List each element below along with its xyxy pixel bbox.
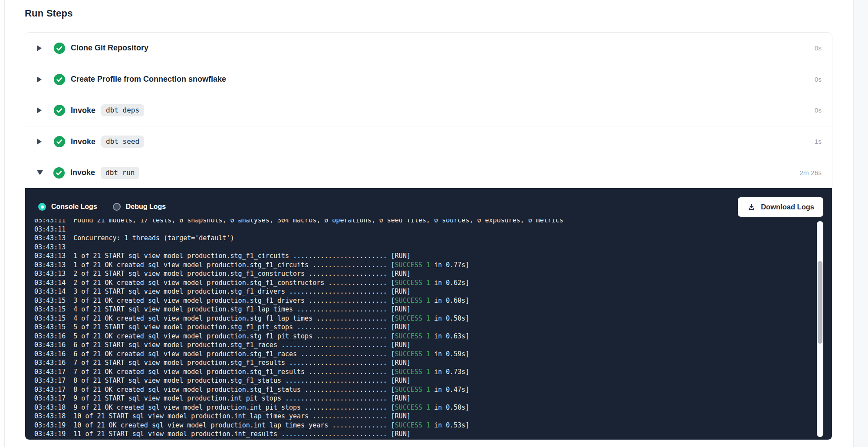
log-line: 03:43:13 1 of 21 START sql view model pr…	[34, 252, 832, 261]
log-line: 03:43:18 10 of 21 START sql view model p…	[34, 412, 832, 421]
log-line: 03:43:13 Concurrency: 1 threads (target=…	[34, 234, 832, 243]
download-logs-button[interactable]: Download Logs	[738, 197, 823, 217]
log-line: 03:43:14 3 of 21 START sql view model pr…	[34, 287, 832, 296]
log-line: 03:43:16 6 of 21 OK created sql view mod…	[34, 350, 832, 359]
command-badge: dbt seed	[101, 136, 144, 148]
caret-down-icon[interactable]	[37, 170, 43, 175]
caret-right-icon[interactable]	[37, 107, 42, 113]
step-row[interactable]: Create Profile from Connection snowflake…	[25, 64, 832, 95]
log-line: 03:43:19 10 of 21 OK created sql view mo…	[34, 421, 832, 430]
log-line: 03:43:15 4 of 21 START sql view model pr…	[34, 305, 832, 314]
step-label: Invoke	[70, 168, 95, 177]
log-line: 03:43:19 11 of 21 START sql view model p…	[34, 430, 832, 439]
log-line: 03:43:14 2 of 21 OK created sql view mod…	[34, 278, 832, 288]
tab-label: Debug Logs	[126, 203, 166, 211]
log-line: 03:43:17 7 of 21 OK created sql view mod…	[34, 368, 832, 377]
log-line: 03:43:16 7 of 21 START sql view model pr…	[34, 358, 832, 368]
log-viewport[interactable]: 03:43:11 Found 21 models, 17 tests, 0 sn…	[25, 219, 832, 440]
tab-label: Console Logs	[51, 203, 97, 211]
step-label: Create Profile from Connection snowflake	[71, 75, 226, 84]
step-label: Invoke	[71, 106, 95, 115]
caret-right-icon[interactable]	[37, 139, 42, 145]
log-line: 03:43:16 6 of 21 START sql view model pr…	[34, 341, 832, 350]
step-row[interactable]: Clone Git Repository0s	[25, 33, 832, 64]
caret-right-icon[interactable]	[37, 76, 42, 83]
log-line: 03:43:17 8 of 21 START sql view model pr…	[34, 376, 832, 385]
log-line: 03:43:17 8 of 21 OK created sql view mod…	[34, 385, 832, 394]
radio-unselected-icon[interactable]	[113, 203, 121, 211]
step-duration: 0s	[815, 106, 822, 114]
console-panel: Console Logs Debug Logs Download Logs 03…	[25, 188, 832, 440]
run-steps-card: Clone Git Repository0sCreate Profile fro…	[25, 32, 832, 440]
step-duration: 2m 26s	[799, 169, 822, 177]
download-icon	[747, 202, 756, 212]
page-title: Run Steps	[25, 8, 73, 19]
command-badge: dbt run	[101, 167, 139, 179]
status-success-icon	[54, 74, 65, 85]
step-row[interactable]: Invokedbt seed1s	[25, 126, 832, 157]
status-success-icon	[54, 136, 65, 147]
log-line: 03:43:11	[34, 225, 832, 234]
log-line: 03:43:15 5 of 21 START sql view model pr…	[34, 323, 832, 332]
log-scrollbar-track[interactable]	[817, 221, 823, 437]
log-line: 03:43:13 1 of 21 OK created sql view mod…	[34, 261, 832, 270]
console-header: Console Logs Debug Logs Download Logs	[25, 188, 832, 219]
log-line: 03:43:13	[34, 243, 832, 252]
log-line: 03:43:13 2 of 21 START sql view model pr…	[34, 269, 832, 278]
content-left-divider	[4, 0, 5, 447]
log-line: 03:43:16 5 of 21 OK created sql view mod…	[34, 332, 832, 341]
log-line: 03:43:15 4 of 21 OK created sql view mod…	[34, 314, 832, 323]
caret-right-icon[interactable]	[37, 45, 42, 51]
log-scrollbar-thumb[interactable]	[818, 261, 822, 344]
step-label: Clone Git Repository	[71, 43, 148, 53]
page-right-gutter	[853, 0, 868, 447]
step-row[interactable]: Invokedbt run2m 26s	[25, 157, 832, 188]
radio-selected-icon[interactable]	[38, 203, 46, 211]
log-line: 03:43:11 Found 21 models, 17 tests, 0 sn…	[34, 219, 832, 225]
status-success-icon	[54, 43, 65, 54]
status-success-icon	[53, 167, 65, 179]
step-duration: 0s	[815, 76, 822, 83]
status-success-icon	[54, 105, 65, 116]
step-duration: 0s	[815, 44, 822, 52]
log-lines: 03:43:11 Found 21 models, 17 tests, 0 sn…	[34, 219, 832, 439]
tab-debug-logs[interactable]: Debug Logs	[113, 203, 166, 211]
step-label: Invoke	[71, 137, 95, 146]
log-line: 03:43:15 3 of 21 OK created sql view mod…	[34, 296, 832, 305]
run-steps-list: Clone Git Repository0sCreate Profile fro…	[25, 33, 832, 188]
command-badge: dbt deps	[101, 104, 144, 116]
tab-console-logs[interactable]: Console Logs	[38, 203, 97, 211]
log-line: 03:43:17 9 of 21 START sql view model pr…	[34, 394, 832, 403]
step-row[interactable]: Invokedbt deps0s	[25, 95, 832, 126]
download-logs-label: Download Logs	[761, 203, 814, 211]
step-duration: 1s	[815, 138, 822, 146]
log-line: 03:43:18 9 of 21 OK created sql view mod…	[34, 403, 832, 412]
